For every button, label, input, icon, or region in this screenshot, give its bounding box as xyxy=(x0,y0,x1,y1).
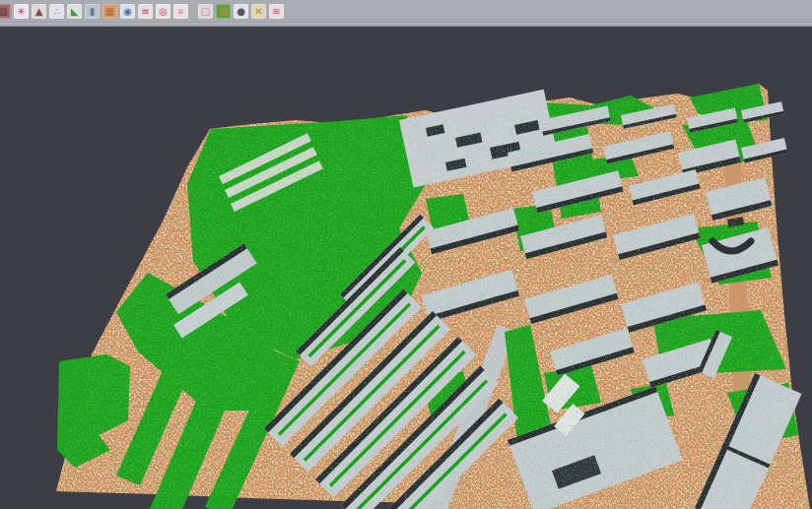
histogram-icon[interactable]: ▥ xyxy=(0,4,11,19)
point-cloud-icon[interactable]: ∴ xyxy=(49,4,64,19)
gear-icon[interactable]: ◎ xyxy=(156,4,170,19)
classification-map-icon[interactable]: ▧ xyxy=(216,4,231,19)
crop-box-icon[interactable]: ⌗ xyxy=(173,4,188,19)
mesh-icon[interactable]: ✕ xyxy=(251,4,266,19)
app-window: { "toolbar": { "background": "#a9abb2", … xyxy=(0,0,812,509)
green-terrain-icon[interactable]: ◣ xyxy=(67,4,82,19)
point-speckle xyxy=(56,84,810,509)
attribute-table-icon[interactable]: ≡ xyxy=(138,4,153,19)
snowflake-points-icon[interactable]: ✳ xyxy=(14,4,29,19)
toolbar: ▥✳▲∴◣▮▦◉≡◎⌗▢▧●✕≋ xyxy=(0,0,812,22)
point-cloud-scene xyxy=(0,27,812,509)
mountain-icon[interactable]: ▲ xyxy=(32,4,46,19)
sphere-icon[interactable]: ● xyxy=(234,4,248,19)
viewport-3d[interactable] xyxy=(0,27,812,509)
frame-icon[interactable]: ▢ xyxy=(198,4,213,19)
layers-icon[interactable]: ≋ xyxy=(269,4,284,19)
orthophoto-icon[interactable]: ▦ xyxy=(102,4,117,19)
cylinder-icon[interactable]: ▮ xyxy=(85,4,100,19)
globe-icon[interactable]: ◉ xyxy=(120,4,135,19)
